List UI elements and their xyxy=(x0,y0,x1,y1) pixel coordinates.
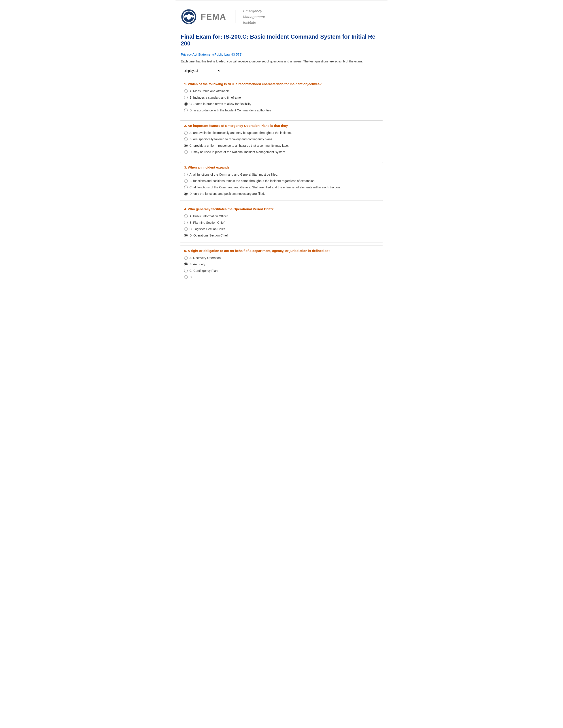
svg-text:U.S. DEPARTMENT OF HOMELAND SE: U.S. DEPARTMENT OF HOMELAND SECURITY xyxy=(181,10,197,11)
question-title-3: 3. When an incident expands ____________… xyxy=(184,165,379,169)
radio-2-2[interactable] xyxy=(184,137,188,141)
answer-label-3-4: D. only the functions and positions nece… xyxy=(189,191,265,196)
display-select[interactable]: Display All Display Unanswered xyxy=(181,68,221,74)
question-title-1: 1. Which of the following is NOT a recom… xyxy=(184,82,379,86)
answer-label-1-2: B. Includes a standard and timeframe xyxy=(189,95,241,100)
answer-option-4-2: B. Planning Section Chief xyxy=(184,220,379,225)
answer-option-2-2: B. are specifically tailored to recovery… xyxy=(184,137,379,142)
page-header: ★ ★ ★ DHS U.S. DEPARTMENT OF HOMELAND SE… xyxy=(175,4,388,29)
question-block-5: 5. A right or obligation to act on behal… xyxy=(180,246,383,284)
answer-option-2-3: C. provide a uniform response to all haz… xyxy=(184,143,379,148)
answer-option-5-1: A. Recovery Operation xyxy=(184,256,379,260)
question-block-2: 2. An important feature of Emergency Ope… xyxy=(180,120,383,159)
answer-option-1-1: A. Measurable and attainable xyxy=(184,89,379,94)
emi-subtitle: Emergency Management Institute xyxy=(243,8,265,25)
answer-label-5-4: D. xyxy=(189,275,192,280)
answer-label-5-1: A. Recovery Operation xyxy=(189,256,221,260)
answer-option-1-3: C. Stated in broad terms to allow for fl… xyxy=(184,102,379,106)
radio-2-4[interactable] xyxy=(184,150,188,154)
answer-label-1-1: A. Measurable and attainable xyxy=(189,89,229,94)
radio-4-2[interactable] xyxy=(184,221,188,224)
question-block-3: 3. When an incident expands ____________… xyxy=(180,162,383,201)
privacy-act-link[interactable]: Privacy Act Statement(Public Law 93 579) xyxy=(175,52,388,57)
radio-3-1[interactable] xyxy=(184,173,188,176)
answer-label-1-3: C. Stated in broad terms to allow for fl… xyxy=(189,102,251,106)
radio-2-3[interactable] xyxy=(184,144,188,147)
answer-option-2-4: D. may be used in place of the National … xyxy=(184,150,379,154)
radio-1-4[interactable] xyxy=(184,109,188,112)
answer-label-4-1: A. Public Information Officer xyxy=(189,214,228,219)
header-divider xyxy=(235,10,236,23)
fema-wordmark: FEMA xyxy=(201,12,226,22)
radio-5-3[interactable] xyxy=(184,269,188,272)
questions-container: 1. Which of the following is NOT a recom… xyxy=(175,79,388,284)
dhs-seal-logo: ★ ★ ★ DHS U.S. DEPARTMENT OF HOMELAND SE… xyxy=(181,9,197,25)
answer-label-3-3: C. all functions of the Command and Gene… xyxy=(189,185,341,190)
answer-label-1-4: D. In accordance with the Incident Comma… xyxy=(189,108,271,113)
intro-text: Each time that this test is loaded, you … xyxy=(175,57,388,66)
question-block-4: 4. Who generally facilitates the Operati… xyxy=(180,204,383,242)
answer-option-3-1: A. all functions of the Command and Gene… xyxy=(184,172,379,177)
question-block-1: 1. Which of the following is NOT a recom… xyxy=(180,79,383,117)
answer-option-3-4: D. only the functions and positions nece… xyxy=(184,191,379,196)
page-title: Final Exam for: IS-200.C: Basic Incident… xyxy=(175,29,388,49)
answer-option-5-2: B. Authority xyxy=(184,262,379,267)
radio-5-1[interactable] xyxy=(184,256,188,260)
answer-option-3-3: C. all functions of the Command and Gene… xyxy=(184,185,379,190)
answer-option-4-3: C. Logistics Section Chief xyxy=(184,227,379,231)
answer-label-3-2: B. functions and positions remain the sa… xyxy=(189,179,315,183)
question-title-4: 4. Who generally facilitates the Operati… xyxy=(184,207,379,211)
radio-3-2[interactable] xyxy=(184,179,188,183)
radio-1-1[interactable] xyxy=(184,89,188,93)
radio-4-3[interactable] xyxy=(184,227,188,231)
display-select-wrapper: Display All Display Unanswered xyxy=(175,66,388,77)
radio-1-3[interactable] xyxy=(184,102,188,106)
answer-label-4-4: D. Operations Section Chief xyxy=(189,233,228,238)
answer-option-2-1: A. are available electronically and may … xyxy=(184,131,379,135)
answer-option-4-4: D. Operations Section Chief xyxy=(184,233,379,238)
answer-option-4-1: A. Public Information Officer xyxy=(184,214,379,219)
answer-label-5-2: B. Authority xyxy=(189,262,205,267)
answer-option-3-2: B. functions and positions remain the sa… xyxy=(184,179,379,183)
radio-4-1[interactable] xyxy=(184,214,188,218)
answer-option-1-2: B. Includes a standard and timeframe xyxy=(184,95,379,100)
radio-2-1[interactable] xyxy=(184,131,188,135)
radio-5-4[interactable] xyxy=(184,275,188,279)
radio-3-3[interactable] xyxy=(184,186,188,189)
radio-3-4[interactable] xyxy=(184,192,188,195)
svg-point-6 xyxy=(188,14,190,16)
answer-label-4-2: B. Planning Section Chief xyxy=(189,220,224,225)
question-title-5: 5. A right or obligation to act on behal… xyxy=(184,249,379,253)
answer-label-2-2: B. are specifically tailored to recovery… xyxy=(189,137,273,142)
question-title-2: 2. An important feature of Emergency Ope… xyxy=(184,124,379,128)
answer-label-4-3: C. Logistics Section Chief xyxy=(189,227,225,231)
answer-label-5-3: C. Contingency Plan xyxy=(189,268,218,273)
answer-option-5-4: D. xyxy=(184,275,379,280)
answer-label-2-4: D. may be used in place of the National … xyxy=(189,150,286,154)
svg-text:DHS: DHS xyxy=(188,23,190,24)
answer-option-1-4: D. In accordance with the Incident Comma… xyxy=(184,108,379,113)
answer-option-5-3: C. Contingency Plan xyxy=(184,268,379,273)
radio-1-2[interactable] xyxy=(184,96,188,99)
answer-label-3-1: A. all functions of the Command and Gene… xyxy=(189,172,278,177)
answer-label-2-1: A. are available electronically and may … xyxy=(189,131,292,135)
radio-4-4[interactable] xyxy=(184,234,188,237)
radio-5-2[interactable] xyxy=(184,263,188,266)
answer-label-2-3: C. provide a uniform response to all haz… xyxy=(189,143,289,148)
